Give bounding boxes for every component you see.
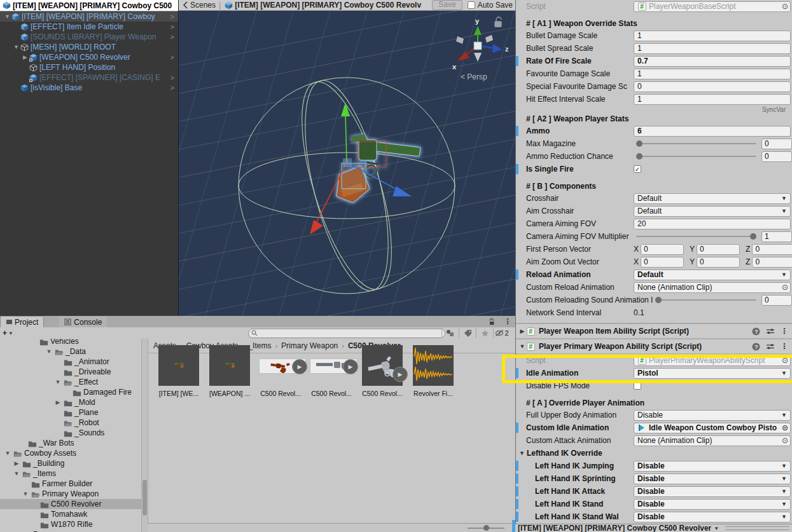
tree-item-tomahawk[interactable]: Tomahawk	[0, 509, 141, 519]
save-button[interactable]: Save	[432, 0, 462, 10]
foldout-closed-icon[interactable]: ▶	[518, 328, 526, 334]
filter-by-label-icon[interactable]	[459, 328, 476, 338]
foldout-closed-icon[interactable]: ▶	[22, 54, 29, 60]
vector-field-x[interactable]: 0	[641, 244, 684, 255]
tree-item-vehicles[interactable]: Vehicles	[0, 339, 141, 346]
vector-field-y[interactable]: 0	[697, 244, 740, 255]
slider-value-ammo-reduction-chance[interactable]: 0	[761, 151, 792, 162]
foldout-open-icon[interactable]: ▼	[4, 450, 11, 456]
scene-viewport[interactable]: y x z < Persp	[179, 11, 515, 316]
slider-value-max-magazine[interactable]: 0	[761, 139, 792, 149]
play-preview-icon[interactable]: ▶	[292, 359, 307, 374]
prefab-mode-header[interactable]: [ITEM] [WEAPON] [PRIMARY] Cowboy C500	[0, 0, 178, 11]
hierarchy-item-item-weapon-primary-cowboy[interactable]: ▼[ITEM] [WEAPON] [PRIMARY] Cowboy>	[0, 11, 178, 22]
foldout-open-icon[interactable]: ▼	[518, 450, 525, 456]
dropdown-left-hand-ik-stand-wal[interactable]: Disable▼	[634, 512, 791, 522]
slider-knob[interactable]	[655, 297, 662, 303]
chevron-right-icon[interactable]: >	[170, 23, 174, 31]
text-field-rate-of-fire-scale[interactable]: 0.7	[634, 56, 791, 67]
checkbox-disable-fps-mode[interactable]	[634, 382, 641, 390]
hierarchy-item-mesh-world-root[interactable]: ▼[MESH] [WORLD] ROOT	[0, 42, 178, 52]
dropdown-idle-animation[interactable]: Pistol▼	[634, 368, 791, 379]
asset-c500-revol-4[interactable]: ▶C500 Revol...	[362, 345, 403, 397]
persp-label[interactable]: < Persp	[461, 72, 487, 81]
text-field-hit-effect-interval-scale[interactable]: 1	[634, 94, 791, 105]
scenes-breadcrumb[interactable]: Scenes	[190, 1, 216, 10]
foldout-open-icon[interactable]: ▼	[13, 44, 20, 50]
tree-item-building[interactable]: ▶_Building	[0, 458, 141, 468]
tree-item-items[interactable]: ▼_Items	[0, 468, 141, 479]
object-field-custom-attack-animation[interactable]: None (Animation Clip)⊙	[634, 435, 791, 446]
component-header-player-weapon-item-ability-script-script[interactable]: ▶#Player Weapon Item Ability Script (Scr…	[516, 324, 792, 339]
dropdown-left-hand-ik-sprinting[interactable]: Disable▼	[634, 474, 791, 484]
object-field-custom-reload-animation[interactable]: None (Animation Clip)⊙	[634, 282, 791, 293]
project-search-field[interactable]	[248, 329, 445, 338]
slider-value-custom-reloading-sound-animation-i[interactable]: 0	[761, 295, 792, 306]
tree-item-primary-weapon[interactable]: ▼Primary Weapon	[0, 489, 141, 499]
dropdown-left-hand-ik-stand[interactable]: Disable▼	[634, 499, 791, 510]
hierarchy-item-effect-spawner-casing-e[interactable]: [EFFECT] [SPAWNER] [CASING] E>	[0, 72, 178, 83]
tab-project[interactable]: Project	[0, 316, 44, 327]
slider-knob[interactable]	[636, 153, 643, 160]
auto-save-checkbox[interactable]	[468, 1, 475, 9]
tree-item-war-bots[interactable]: _War Bots	[0, 438, 141, 448]
foldout-open-icon[interactable]: ▼	[55, 379, 61, 385]
dropdown-aim-crosshair[interactable]: Default▼	[634, 206, 791, 217]
hierarchy-item-sounds-library-player-weapon[interactable]: [SOUNDS LIBRARY] Player Weapon>	[0, 32, 178, 42]
tree-item-data[interactable]: ▼_Data	[0, 346, 141, 357]
slider-custom-reloading-sound-animation-i[interactable]	[655, 299, 756, 301]
play-preview-icon[interactable]: ▶	[393, 367, 408, 382]
tree-item-plane[interactable]: _Plane	[0, 407, 141, 418]
asset-c500-revol-3[interactable]: ▶C500 Revol...	[311, 345, 352, 397]
filter-by-type-icon[interactable]	[441, 328, 459, 338]
thumbnail-size-knob[interactable]	[483, 525, 489, 531]
text-field-favourite-damage-scale[interactable]: 1	[634, 69, 791, 79]
chevron-right-icon[interactable]: >	[170, 33, 174, 41]
text-field-bullet-damage-scale[interactable]: 1	[634, 31, 791, 41]
object-picker-icon[interactable]: ⊙	[782, 437, 788, 444]
play-preview-icon[interactable]: ▶	[343, 359, 358, 374]
chevron-right-icon[interactable]: >	[170, 84, 174, 92]
object-picker-icon[interactable]: ⊙	[782, 3, 788, 10]
dropdown-reload-animation[interactable]: Default▼	[634, 269, 791, 280]
hierarchy-item-left-hand-position[interactable]: [LEFT HAND] Position	[0, 62, 178, 72]
foldout-open-icon[interactable]: ▼	[13, 470, 20, 477]
tree-item-driveable[interactable]: _Driveable	[0, 367, 141, 377]
asset-revolver-fi-5[interactable]: Revolver Fi...	[413, 345, 454, 397]
slider-knob[interactable]	[750, 233, 756, 240]
tree-scrollbar-thumb[interactable]	[142, 480, 147, 515]
thumbnail-size-slider[interactable]	[468, 528, 504, 529]
asset-c500-revol-2[interactable]: ▶C500 Revol...	[260, 345, 301, 397]
favorites-star-icon[interactable]	[476, 328, 493, 338]
kebab-menu-icon[interactable]: ⋮	[781, 327, 788, 336]
asset-weapon-1[interactable]: [WEAPON] ...	[209, 345, 250, 397]
foldout-open-icon[interactable]: ▼	[22, 491, 29, 497]
foldout-open-icon[interactable]: ▼	[518, 343, 526, 350]
object-field-script[interactable]: #PlayerPrimaryWeaponAbilityScript⊙	[634, 355, 791, 366]
slider-camera-aiming-fov-multiplier[interactable]	[636, 236, 756, 237]
vector-field-z[interactable]: 0	[752, 257, 792, 268]
vector-field-x[interactable]: 0	[641, 257, 684, 268]
search-input[interactable]	[260, 330, 442, 337]
text-field-ammo[interactable]: 6	[634, 126, 791, 137]
dropdown-full-upper-body-animation[interactable]: Disable▼	[634, 410, 791, 421]
asset-item-we-0[interactable]: [ITEM] [WE...	[158, 345, 199, 397]
text-field-camera-aiming-fov[interactable]: 20	[634, 219, 791, 229]
slider-value-camera-aiming-fov-multiplier[interactable]: 1	[761, 231, 792, 242]
kebab-menu-icon[interactable]: ⋮	[781, 342, 788, 351]
component-header-player-primary-weapon-ability-script-script[interactable]: ▼#Player Primary Weapon Ability Script (…	[516, 339, 792, 354]
slider-knob[interactable]	[636, 140, 643, 147]
object-picker-icon[interactable]: ⊙	[782, 357, 788, 364]
foldout-open-icon[interactable]: ▼	[4, 13, 11, 20]
vector-field-y[interactable]: 0	[697, 257, 740, 268]
vector-field-z[interactable]: 0	[752, 244, 792, 255]
tree-item-effect[interactable]: ▼_Effect	[0, 377, 141, 387]
hierarchy-item-effect-item-idle-particle[interactable]: [EFFECT] Item Idle Particle>	[0, 22, 178, 32]
tab-console[interactable]: Console	[59, 317, 107, 327]
dropdown-left-hand-ik-attack[interactable]: Disable▼	[634, 486, 791, 497]
assetbundle-bar[interactable]: [ITEM] [WEAPON] [PRIMARY] Cowboy C500 Re…	[515, 524, 792, 532]
slider-max-magazine[interactable]	[636, 143, 756, 144]
panel-menu-icon[interactable]: ⋮	[504, 317, 511, 326]
dropdown-crosshair[interactable]: Default▼	[634, 193, 791, 204]
foldout-closed-icon[interactable]: ▶	[55, 399, 61, 406]
